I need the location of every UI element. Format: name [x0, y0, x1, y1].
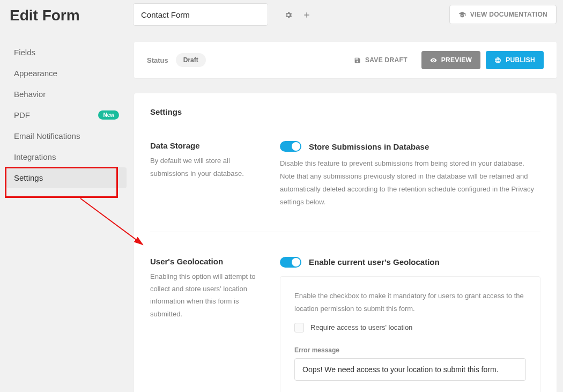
status-badge: Draft	[176, 53, 206, 67]
status-label: Status	[147, 56, 168, 64]
sidebar-item-label: Behavior	[14, 90, 46, 99]
sidebar-item-behavior[interactable]: Behavior	[6, 84, 127, 105]
sidebar-item-appearance[interactable]: Appearance	[6, 63, 127, 84]
error-message-input[interactable]	[294, 358, 526, 381]
publish-button[interactable]: PUBLISH	[486, 51, 544, 69]
save-draft-button[interactable]: SAVE DRAFT	[345, 51, 416, 69]
sidebar-item-integrations[interactable]: Integrations	[6, 146, 127, 167]
data-storage-toggle-desc: Disable this feature to prevent submissi…	[280, 157, 540, 209]
require-location-label: Require access to users' location	[310, 323, 412, 331]
gear-icon[interactable]	[284, 9, 293, 20]
sidebar-item-label: Fields	[14, 48, 35, 57]
setting-data-storage: Data Storage By default we will store al…	[150, 116, 540, 209]
data-storage-desc: By default we will store all submissions…	[150, 154, 267, 180]
save-icon	[354, 56, 361, 64]
view-documentation-button[interactable]: VIEW DOCUMENTATION	[449, 5, 557, 25]
plus-icon[interactable]	[302, 9, 311, 20]
preview-button[interactable]: PREVIEW	[421, 51, 480, 69]
setting-geolocation: User's Geolocation Enabling this option …	[150, 232, 540, 392]
publish-label: PUBLISH	[506, 56, 535, 64]
status-bar: Status Draft SAVE DRAFT PREVIEW	[134, 42, 557, 78]
sidebar-item-settings[interactable]: Settings	[6, 167, 127, 188]
sidebar-item-label: Appearance	[14, 69, 57, 78]
page-title: Edit Form	[6, 5, 127, 24]
data-storage-toggle[interactable]	[280, 141, 301, 152]
data-storage-title: Data Storage	[150, 141, 267, 150]
sidebar-item-label: Settings	[14, 173, 43, 182]
eye-icon	[430, 56, 437, 64]
geolocation-toggle-label: Enable current user's Geolocation	[309, 257, 440, 267]
sidebar-item-fields[interactable]: Fields	[6, 42, 127, 63]
form-name-input[interactable]	[133, 3, 268, 26]
sidebar-item-pdf[interactable]: PDF New	[6, 105, 127, 125]
view-documentation-label: VIEW DOCUMENTATION	[470, 11, 547, 18]
globe-icon	[494, 56, 501, 64]
sidebar-item-label: Email Notifications	[14, 131, 80, 140]
sidebar-item-label: Integrations	[14, 152, 56, 161]
sidebar-item-email-notifications[interactable]: Email Notifications	[6, 125, 127, 146]
settings-heading: Settings	[150, 107, 540, 116]
geolocation-options-box: Enable the checkbox to make it mandatory…	[280, 276, 540, 392]
settings-panel: Settings Data Storage By default we will…	[134, 93, 557, 392]
new-badge: New	[98, 110, 119, 120]
data-storage-toggle-label: Store Submissions in Database	[309, 142, 429, 151]
preview-label: PREVIEW	[441, 56, 472, 64]
save-draft-label: SAVE DRAFT	[365, 56, 408, 64]
geolocation-inner-desc: Enable the checkbox to make it mandatory…	[294, 290, 526, 315]
sidebar: Fields Appearance Behavior PDF New Email…	[6, 26, 127, 392]
error-message-label: Error message	[294, 346, 526, 354]
geolocation-toggle[interactable]	[280, 257, 301, 268]
geolocation-title: User's Geolocation	[150, 257, 267, 266]
sidebar-item-label: PDF	[14, 110, 30, 120]
geolocation-desc: Enabling this option will attempt to col…	[150, 270, 267, 321]
graduation-cap-icon	[458, 11, 466, 19]
require-location-checkbox[interactable]	[294, 323, 304, 332]
